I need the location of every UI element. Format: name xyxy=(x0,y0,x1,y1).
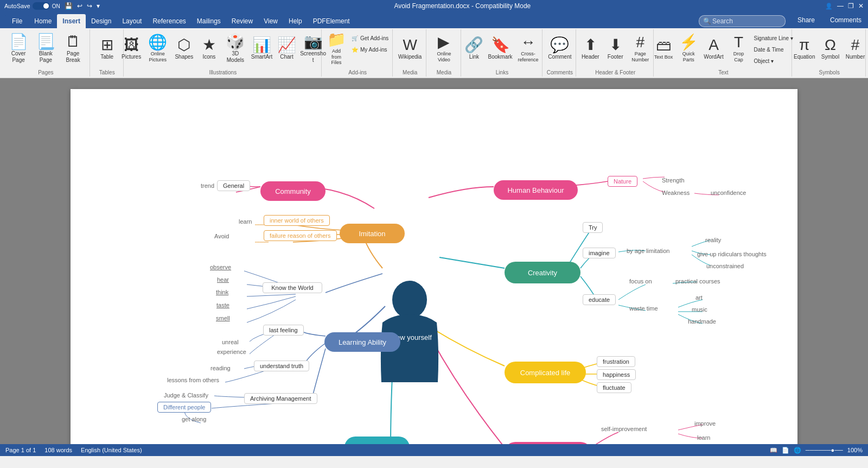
minimize-button[interactable]: — xyxy=(837,2,844,10)
blank-page-icon: 📃 xyxy=(36,34,55,49)
chart-icon: 📈 xyxy=(277,37,296,53)
footer-button[interactable]: ⬇ Footer xyxy=(603,30,627,67)
blank-page-button[interactable]: 📃 Blank Page xyxy=(33,30,59,67)
my-addins-button[interactable]: ⭐ My Add-ins xyxy=(349,44,391,55)
cover-page-button[interactable]: 📄 Cover Page xyxy=(5,30,31,67)
view-mode-read[interactable]: 📖 xyxy=(770,447,777,454)
account-icon[interactable]: 👤 xyxy=(825,3,833,10)
online-pictures-button[interactable]: 🌐 Online Pictures xyxy=(144,30,171,67)
complicated-life-node: Complicated life xyxy=(505,362,586,383)
tab-help[interactable]: Help xyxy=(283,14,308,28)
share-button[interactable]: Share xyxy=(791,13,821,27)
tab-home[interactable]: Home xyxy=(29,14,57,28)
icons-icon: ★ xyxy=(202,37,216,53)
comment-button[interactable]: 💬 Comment xyxy=(546,30,573,67)
view-mode-layout[interactable]: 📄 xyxy=(782,447,789,454)
equation-button[interactable]: π Equation xyxy=(792,30,817,67)
tab-view[interactable]: View xyxy=(258,14,283,28)
happiness-box: happiness xyxy=(597,369,636,380)
learning-ability-node: Learning Ability xyxy=(324,332,400,352)
autosave-label: AutoSave xyxy=(4,3,30,9)
chart-button[interactable]: 📈 Chart xyxy=(275,30,298,67)
quick-access-toolbar: AutoSave ON 💾 ↩ ↪ ▾ Avoid Fragmentation.… xyxy=(0,0,868,12)
comments-button[interactable]: Comments xyxy=(824,13,868,27)
dropcap-button[interactable]: T Drop Cap xyxy=(726,30,750,67)
header-icon: ⬆ xyxy=(584,37,597,53)
bookmark-button[interactable]: 🔖 Bookmark xyxy=(487,30,513,67)
add-from-files-button[interactable]: 📁 Add from Files xyxy=(324,30,348,67)
waste-time-text: waste time xyxy=(629,305,658,312)
view-mode-web[interactable]: 🌐 xyxy=(794,447,801,454)
quick-parts-button[interactable]: ⚡ Quick Parts xyxy=(676,30,701,67)
restore-button[interactable]: ❐ xyxy=(848,2,854,10)
save-icon[interactable]: 💾 xyxy=(65,2,73,10)
word-count: 108 words xyxy=(44,447,72,453)
shapes-button[interactable]: ⬡ Shapes xyxy=(172,30,196,67)
document-area: Know yourself Community trend General Hu… xyxy=(0,78,868,444)
failure-reason-box: failure reason of others xyxy=(264,230,337,241)
autosave-toggle[interactable] xyxy=(33,2,50,10)
smell-text: smell xyxy=(216,315,230,321)
smartart-button[interactable]: 📊 SmartArt xyxy=(250,30,273,67)
status-bar-right: 📖 📄 🌐 ──────●── 100% xyxy=(770,447,863,454)
wordart-button[interactable]: A WordArt xyxy=(701,30,725,67)
learn-imitation-text: learn xyxy=(239,218,252,225)
ribbon-search-area[interactable]: 🔍 xyxy=(699,15,786,27)
number-icon: # xyxy=(851,37,860,53)
tab-layout[interactable]: Layout xyxy=(117,14,147,28)
handmade-text: handmade xyxy=(688,318,716,325)
table-button[interactable]: ⊞ Table xyxy=(95,30,119,67)
tab-references[interactable]: References xyxy=(147,14,191,28)
imagine-box: imagine xyxy=(583,248,616,258)
ribbon-group-comments: 💬 Comment Comments xyxy=(544,29,576,77)
close-button[interactable]: ✕ xyxy=(858,2,864,10)
comment-icon: 💬 xyxy=(550,37,569,53)
icons-button[interactable]: ★ Icons xyxy=(197,30,221,67)
ribbon-body: 📄 Cover Page 📃 Blank Page 🗒 Page Break P… xyxy=(0,28,868,78)
tab-insert[interactable]: Insert xyxy=(57,14,86,28)
weakness-text: Weakness xyxy=(662,189,690,196)
pictures-button[interactable]: 🖼 Pictures xyxy=(119,30,143,67)
lessons-from-others-text: lessons from others xyxy=(167,377,219,383)
link-button[interactable]: 🔗 Link xyxy=(462,30,486,67)
cross-reference-icon: ↔ xyxy=(521,35,536,50)
tab-design[interactable]: Design xyxy=(86,14,117,28)
online-video-button[interactable]: ▶ Online Video xyxy=(431,30,457,67)
customize-qat-icon[interactable]: ▾ xyxy=(97,2,100,10)
signature-line-button[interactable]: Signature Line ▾ xyxy=(751,33,795,43)
tab-file[interactable]: File xyxy=(5,14,29,28)
community-node: Community xyxy=(260,181,326,201)
ribbon-group-illustrations: 🖼 Pictures 🌐 Online Pictures ⬡ Shapes ★ … xyxy=(125,29,322,77)
header-button[interactable]: ⬆ Header xyxy=(578,30,602,67)
ribbon-group-symbols: π Equation Ω Symbol # Number Symbols xyxy=(793,29,866,77)
bookmark-icon: 🔖 xyxy=(491,37,510,53)
document-page: Know yourself Community trend General Hu… xyxy=(71,89,797,444)
language-status[interactable]: English (United States) xyxy=(81,447,142,453)
undo-icon[interactable]: ↩ xyxy=(77,2,82,10)
3d-models-button[interactable]: 🎲 3D Models xyxy=(222,30,248,67)
uniqueness-node: Uniqueness xyxy=(344,437,410,444)
redo-icon[interactable]: ↪ xyxy=(87,2,92,10)
number-button[interactable]: # Number xyxy=(843,30,867,67)
tab-pdfElement[interactable]: PDFElement xyxy=(308,14,355,28)
smartart-icon: 📊 xyxy=(252,37,271,53)
quick-parts-icon: ⚡ xyxy=(679,35,698,50)
cross-reference-button[interactable]: ↔ Cross-reference xyxy=(514,30,542,67)
zoom-slider[interactable]: ──────●── xyxy=(806,447,843,453)
page-number-button[interactable]: # Page Number xyxy=(628,30,652,67)
tab-mailings[interactable]: Mailings xyxy=(192,14,226,28)
know-the-world-box: Know the World xyxy=(263,282,322,293)
object-button[interactable]: Object ▾ xyxy=(751,55,795,66)
symbol-button[interactable]: Ω Symbol xyxy=(818,30,842,67)
frustration-box: frustration xyxy=(597,356,635,367)
get-addins-button[interactable]: 🛒 Get Add-ins xyxy=(349,33,391,43)
creativity-node: Creativity xyxy=(505,262,580,283)
text-box-button[interactable]: 🗃 Text Box xyxy=(652,30,675,67)
dropcap-icon: T xyxy=(734,35,743,50)
search-input[interactable] xyxy=(699,15,786,27)
page-break-button[interactable]: 🗒 Page Break xyxy=(60,30,86,67)
cover-page-icon: 📄 xyxy=(9,34,28,49)
wikipedia-button[interactable]: W Wikipedia xyxy=(396,30,424,67)
tab-review[interactable]: Review xyxy=(226,14,258,28)
date-time-button[interactable]: Date & Time xyxy=(751,44,795,55)
